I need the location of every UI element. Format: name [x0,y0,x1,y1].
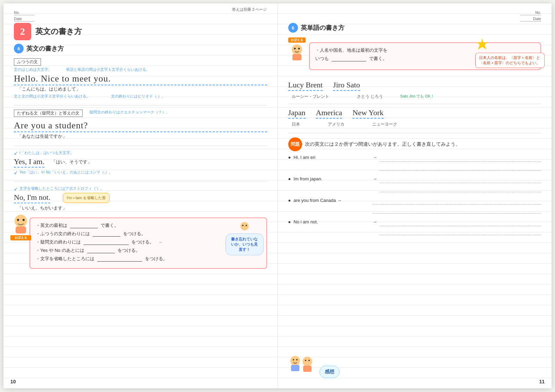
svg-point-5 [240,222,249,230]
example4-english: No, I'm not. [14,193,50,203]
section-heading-left: 6 英文の書き方 [14,44,267,53]
example4-jp: 「いいえ、ちがいます」 [17,205,67,211]
place-japan: Japan [288,108,306,119]
svg-point-18 [305,360,306,361]
problem-row-2: ● Im from japan. → [288,176,541,192]
example3-english: Yes, I am. [14,157,44,168]
futsuu-note3: 文と文の間は小文字２文字分くらいあける。 [14,94,90,99]
example2-jp: 「あなたは生徒ですか」 [17,134,67,139]
place-america: America [316,108,342,119]
name-lucy-jp: ルーシー・ブレント [292,94,329,100]
no-date-right: No. Date [520,10,541,22]
page-num-right: 11 [539,379,545,384]
mondai-heading: 問題 次の英文には２か所ずつ間違いがあります。正しく書き直してみよう。 [288,137,541,151]
problem-row-4: ● No i am not. → [288,219,541,235]
names-row-japanese: ルーシー・ブレント さとう じろう Sato Jiro でも OK！ [288,94,541,100]
mondai-instruction: 次の英文には２か所ずつ間違いがあります。正しく書き直してみよう。 [305,141,460,147]
section-title-left: 英文の書き方 [26,44,64,53]
svg-point-17 [302,357,312,366]
svg-point-7 [246,225,247,226]
problem-row-1: ● Hi. I am eri → [288,155,541,171]
futsuu-note4: 文の終わりにはピリオド（.）。 [111,94,165,99]
reminder-bubble: 書き忘れていないか、いつも見直す！ [225,221,264,255]
no-note: 文字を省略したところにはアポストロフィ（'）。 [19,186,104,191]
name-jiro-jp: さとう じろう [357,94,383,100]
book-spread: 答えは別冊 2 ページ No. Date 2 英文の書き方 6 英文の書き方 ふ… [3,3,552,389]
section-heading-right: 6 英単語の書き方 [288,23,541,33]
oboeru-section: おぼえる ・人名や国名、地名は最初の文字を いつも [288,37,541,75]
places-row-english: Japan America New York [288,108,541,119]
section-icon-right: 6 [288,23,298,33]
svg-point-19 [308,360,310,361]
mondai-badge: 問題 [288,137,302,151]
chapter-title-text: 英文の書き方 [35,26,82,37]
svg-rect-20 [303,366,311,372]
bottom-mascot-area: 感想 [288,354,340,378]
kansou-cloud: 感想 [319,366,340,378]
svg-point-8 [292,44,302,55]
svg-rect-11 [292,54,301,60]
svg-point-14 [293,359,294,360]
section-title-right: 英単語の書き方 [301,24,344,32]
svg-point-10 [298,48,300,50]
svg-point-13 [290,356,300,366]
tazuneru-note: 疑問文の終わりはクエスチョンマーク（？）。 [89,110,170,115]
sato-jiro-note: Sato Jiro でも OK！ [400,94,434,100]
svg-point-2 [23,219,25,221]
svg-point-9 [294,48,296,50]
futsuu-section: ふつうの文 文のはじめは大文字。 単語と単語の間は小文字１文字分くらいあける。 … [14,58,267,99]
mascot-right: おぼえる [288,37,306,64]
example1-english: Hello. Nice to meet you. [14,74,267,85]
contraction-note: I'm＝Iam を省略した形 [63,193,110,203]
svg-point-6 [242,225,244,226]
place-new-york-jp: ニューヨーク [372,121,397,127]
svg-rect-3 [16,227,26,233]
right-page: No. Date 6 英単語の書き方 おぼえる [278,3,552,389]
tazuneru-section: たずねる文（疑問文）と答えの文 疑問文の終わりはクエスチョンマーク（？）。 Ar… [14,110,267,139]
callout-box: 日本人の名前は、〈苗字＋名前〉と〈名前＋苗字〉のどちらでもよい。 [475,53,545,68]
chapter-title: 2 英文の書き方 [14,23,267,40]
places-row-japanese: 日本 アメリカ ニューヨーク [288,121,541,127]
memo-row-5: ・文字を省略したところには をつける。 [36,256,261,262]
names-row-english: Lucy Brent Jiro Sato [288,80,541,91]
page-num-left: 10 [10,379,16,384]
answer-3 [373,198,541,214]
mascot-bottom-1 [288,354,316,378]
example1-jp: 「こんにちは。はじめまして」 [17,86,80,92]
left-page: 答えは別冊 2 ページ No. Date 2 英文の書き方 6 英文の書き方 ふ… [3,3,278,389]
callout-japanese-names: 日本人の名前は、〈苗字＋名前〉と〈名前＋苗字〉のどちらでもよい。 [475,37,545,68]
example3-jp: 「はい、そうです」 [51,159,92,165]
yes-note2: Yes「はい」や No「いいえ」のあとにはコンマ（,）。 [19,170,113,175]
svg-marker-12 [476,38,488,50]
svg-point-1 [17,219,19,221]
answer-4 [380,219,541,235]
chapter-num: 2 [14,23,31,40]
futsuu-note1: 文のはじめは大文字。 [14,67,52,72]
futsuu-label: ふつうの文 [14,58,41,66]
no-section: ↙ 文字を省略したところにはアポストロフィ（'）。 No, I'm not. I… [14,186,267,211]
answer-2 [380,176,541,192]
yes-note: ↙ I「わたしは」はいつも大文字。 [14,150,267,156]
place-japan-jp: 日本 [292,121,300,127]
tazuneru-label: たずねる文（疑問文）と答えの文 [14,110,83,117]
mascot-left: おぼえる おぼえる [10,214,31,237]
problem-row-3: ● are you from Canada → [288,198,541,214]
futsuu-note2: 単語と単語の間は小文字１文字分くらいあける。 [66,67,150,72]
name-jiro-sato: Jiro Sato [333,80,360,91]
name-lucy-brent: Lucy Brent [288,80,323,91]
svg-point-15 [296,359,298,360]
example2-english: Are you a student? [14,120,267,132]
place-new-york: New York [352,108,383,119]
svg-point-0 [15,215,27,227]
cloud-bubble: 書き忘れていないか、いつも見直す！ [225,233,264,255]
yes-section: ↙ I「わたしは」はいつも大文字。 Yes, I am. 「はい、そうです」 ↙… [14,150,267,175]
section-icon-left: 6 [14,44,24,53]
svg-rect-16 [291,365,299,371]
answer-1 [380,155,541,171]
memo-section: おぼえる おぼえる ・英文の最初は で書く。 ・ふつうの文の終わりには をつける… [14,218,267,269]
place-america-jp: アメリカ [328,121,344,127]
no-date-left: No. Date [14,10,35,22]
